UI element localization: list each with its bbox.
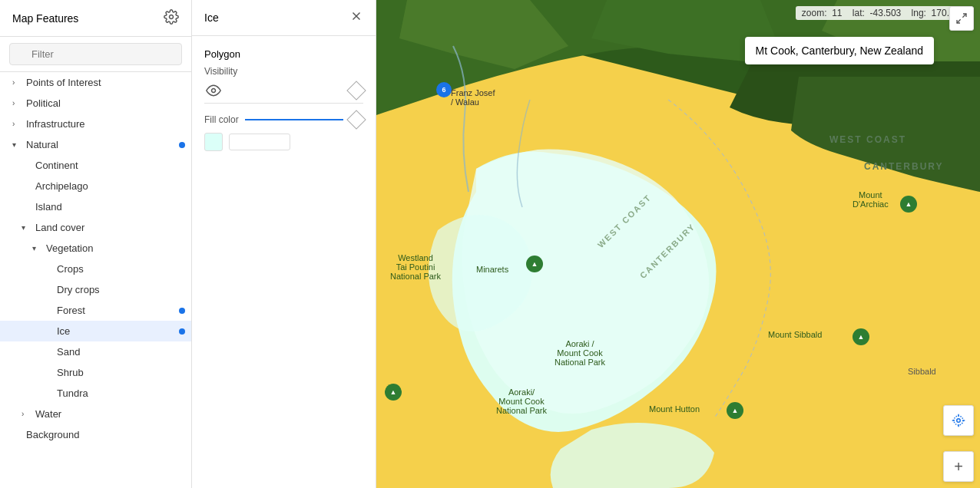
color-swatch[interactable] [204,133,223,151]
visibility-label: Visibility [204,66,363,77]
chevron-icon: ▾ [32,244,43,252]
sidebar-item-infrastructure[interactable]: ›Infrastructure [0,114,191,134]
chevron-icon: › [12,78,23,87]
chevron-icon: ▾ [12,140,23,149]
sidebar: Map Features ›Points of Interest›Politic… [0,0,192,488]
mount-sibbald-marker: ▲ [853,328,869,345]
location-button[interactable] [943,405,974,436]
eye-icon[interactable] [204,81,223,100]
popup-text: Mt Cook, Canterbury, New Zealand [756,45,923,57]
map-svg [376,0,980,488]
sidebar-item-natural[interactable]: ▾Natural [0,134,191,155]
sidebar-item-archipelago[interactable]: Archipelago [0,176,191,196]
close-button[interactable] [349,9,363,26]
active-dot [179,308,185,314]
sidebar-header: Map Features [0,0,191,37]
sidebar-item-crops[interactable]: Crops [0,259,191,279]
svg-point-10 [957,419,961,423]
chevron-icon: ▾ [22,223,32,232]
sidebar-title: Map Features [12,12,78,25]
fullscreen-button[interactable] [949,6,974,31]
fill-color-diamond[interactable] [346,110,366,129]
zoom-in-button[interactable]: + [943,451,974,482]
sidebar-item-label: Continent [35,160,185,171]
sidebar-item-label: Points of Interest [26,77,185,88]
sidebar-item-points-of-interest[interactable]: ›Points of Interest [0,72,191,93]
sidebar-item-sand[interactable]: Sand [0,341,191,362]
active-dot [179,328,185,335]
sidebar-item-label: Sand [57,346,185,358]
sidebar-item-dry-crops[interactable]: Dry crops [0,279,191,300]
sidebar-item-vegetation[interactable]: ▾Vegetation [0,238,191,259]
sidebar-item-forest[interactable]: Forest [0,300,191,321]
sidebar-item-label: Tundra [57,387,185,399]
sidebar-item-label: Crops [57,263,185,275]
sidebar-item-label: Water [35,408,185,420]
sidebar-tree: ›Points of Interest›Political›Infrastruc… [0,72,191,445]
sidebar-item-label: Vegetation [46,242,185,254]
sidebar-item-label: Background [26,429,185,440]
svg-line-8 [962,14,966,18]
sidebar-item-continent[interactable]: Continent [0,155,191,176]
sidebar-item-water[interactable]: ›Water [0,404,191,424]
sidebar-item-tundra[interactable]: Tundra [0,383,191,404]
visibility-diamond[interactable] [346,81,366,100]
franz-josef-pin[interactable]: 6 [436,82,452,97]
mount-hutton-marker: ▲ [727,402,743,419]
chevron-icon: › [12,120,23,128]
chevron-icon: › [22,410,32,418]
svg-point-6 [212,89,216,93]
sidebar-item-ice[interactable]: Ice [0,321,191,341]
sidebar-item-label: Ice [57,325,176,337]
detail-panel: Ice Polygon Visibility [192,0,376,488]
sidebar-item-background[interactable]: Background [0,424,191,445]
sidebar-item-label: Archipelago [35,180,185,192]
sidebar-item-political[interactable]: ›Political [0,93,191,114]
sidebar-item-label: Dry crops [57,284,185,295]
detail-title: Ice [204,12,219,24]
color-swatch-row: DBFFF8 [204,133,363,151]
visibility-row [204,81,363,100]
fill-color-label: Fill color [204,114,239,125]
sidebar-item-label: Shrub [57,367,185,378]
active-dot [179,142,185,148]
svg-point-0 [170,15,174,19]
sidebar-item-shrub[interactable]: Shrub [0,362,191,383]
fill-color-line [245,119,343,120]
color-hex-input[interactable]: DBFFF8 [229,134,290,150]
sidebar-item-label: Infrastructure [26,118,185,130]
mount-darchiac-marker: ▲ [900,196,917,213]
sidebar-item-label: Land cover [35,222,185,233]
filter-input[interactable] [9,43,182,65]
aoraki-1-marker: ▲ [385,384,402,401]
svg-point-11 [954,416,963,425]
sidebar-item-label: Natural [26,139,176,150]
map-popup: Mt Cook, Canterbury, New Zealand [745,37,934,64]
sidebar-item-label: Forest [57,305,176,316]
detail-header: Ice [192,0,376,36]
sidebar-item-label: Political [26,97,185,109]
sidebar-item-land-cover[interactable]: ▾Land cover [0,217,191,238]
svg-line-9 [957,19,961,23]
chevron-icon: › [12,99,23,107]
sidebar-item-island[interactable]: Island [0,196,191,217]
sidebar-item-label: Island [35,201,185,213]
filter-bar [0,37,191,72]
settings-icon[interactable] [164,9,179,27]
detail-section: Polygon Visibility Fill color [192,36,376,163]
polygon-label: Polygon [204,48,363,60]
map-area[interactable]: zoom: 11 lat: -43.503 lng: 170.306 Mt Co… [376,0,980,488]
minarets-marker: ▲ [526,256,543,272]
